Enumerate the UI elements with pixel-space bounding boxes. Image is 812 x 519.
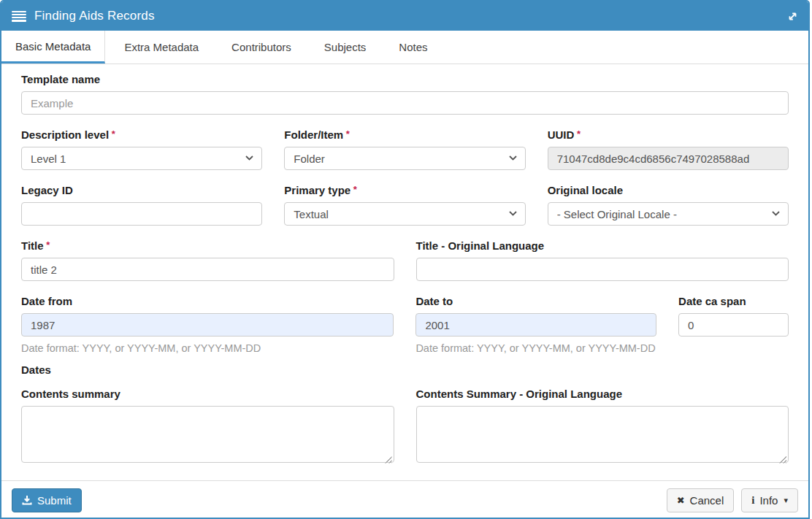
info-icon: i [751,494,754,507]
contents-summary-original-language-label: Contents Summary - Original Language [416,388,789,399]
download-icon [22,495,32,505]
description-level-value: Level 1 [31,153,66,165]
legacy-id-label: Legacy ID [21,185,262,196]
page-title: Finding Aids Records [34,9,155,23]
contents-summary-textarea[interactable] [21,406,394,463]
contents-summary-original-language-textarea[interactable] [416,406,789,463]
date-to-input[interactable] [415,313,656,337]
field-title-original-language: Title - Original Language [416,240,789,281]
finding-aids-window: Finding Aids Records Basic Metadata Extr… [0,0,810,519]
field-contents-summary-original-language: Contents Summary - Original Language [416,388,789,466]
folder-item-value: Folder [294,153,325,165]
title-original-language-label: Title - Original Language [416,240,789,251]
template-name-label: Template name [21,74,789,85]
field-dates: Dates [21,364,789,375]
field-primary-type: Primary type Textual [284,185,525,226]
title-input[interactable] [21,258,394,281]
tab-subjects[interactable]: Subjects [310,31,380,64]
description-level-select[interactable]: Level 1 [21,147,262,170]
tab-basic-metadata[interactable]: Basic Metadata [1,31,105,64]
uuid-label: UUID [548,129,789,140]
field-contents-summary: Contents summary [21,388,394,466]
info-dropdown-button[interactable]: i Info ▾ [741,488,798,512]
field-template-name: Template name [21,74,789,115]
field-date-to: Date to Date format: YYYY, or YYYY-MM, o… [415,296,656,354]
chevron-down-icon [509,211,517,216]
submit-button[interactable]: Submit [12,488,82,512]
description-level-label: Description level [21,129,262,140]
date-to-help: Date format: YYYY, or YYYY-MM, or YYYY-M… [415,343,656,354]
cancel-x-icon: ✖ [677,495,685,506]
caret-down-icon: ▾ [784,496,788,505]
field-description-level: Description level Level 1 [21,129,262,170]
field-date-ca-span: Date ca span [678,296,789,354]
basic-metadata-form: Template name Description level Level 1 … [1,64,808,480]
date-ca-span-input[interactable] [678,313,789,337]
chevron-down-icon [245,155,253,161]
uuid-input [548,147,789,170]
primary-type-label: Primary type [284,185,525,196]
primary-type-select[interactable]: Textual [284,202,525,226]
original-locale-label: Original locale [548,185,789,196]
field-legacy-id: Legacy ID [21,185,262,226]
chevron-down-icon [509,155,517,161]
folder-item-select[interactable]: Folder [284,147,525,170]
info-label: Info [759,494,778,507]
title-bar: Finding Aids Records [1,1,808,31]
field-date-from: Date from Date format: YYYY, or YYYY-MM,… [21,296,394,354]
field-original-locale: Original locale - Select Original Locale… [548,185,789,226]
contents-summary-label: Contents summary [21,388,394,399]
date-ca-span-label: Date ca span [678,296,789,307]
legacy-id-input[interactable] [21,202,262,226]
folder-item-label: Folder/Item [284,129,525,140]
tab-contributors[interactable]: Contributors [218,31,305,64]
menu-icon[interactable] [12,11,26,22]
submit-label: Submit [37,494,72,507]
form-footer: Submit ✖ Cancel i Info ▾ [1,480,808,519]
tab-extra-metadata[interactable]: Extra Metadata [110,31,212,64]
cancel-button[interactable]: ✖ Cancel [667,488,735,512]
template-name-input[interactable] [21,91,789,115]
date-from-label: Date from [21,296,394,307]
field-uuid: UUID [548,129,789,170]
tab-notes[interactable]: Notes [385,31,441,64]
chevron-down-icon [772,211,780,216]
field-folder-item: Folder/Item Folder [284,129,525,170]
title-original-language-input[interactable] [416,258,789,281]
expand-icon[interactable] [787,11,798,22]
date-from-input[interactable] [21,313,394,337]
original-locale-value: - Select Original Locale - [557,208,677,220]
original-locale-select[interactable]: - Select Original Locale - [548,202,789,226]
tab-bar: Basic Metadata Extra Metadata Contributo… [1,31,808,64]
field-title: Title [21,240,394,281]
date-from-help: Date format: YYYY, or YYYY-MM, or YYYY-M… [21,343,394,354]
cancel-label: Cancel [690,494,724,507]
dates-label: Dates [21,364,789,375]
primary-type-value: Textual [294,208,329,220]
title-label: Title [21,240,394,251]
date-to-label: Date to [415,296,656,307]
